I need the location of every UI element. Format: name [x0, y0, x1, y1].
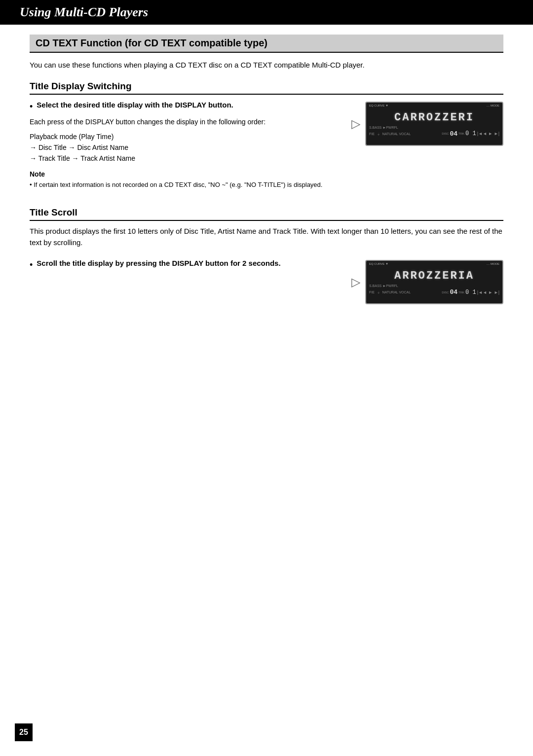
bullet-dot: •: [30, 101, 33, 113]
title-display-switching-text: • Select the desired title display with …: [30, 100, 342, 198]
title-display-switching-content: • Select the desired title display with …: [30, 100, 503, 198]
bullet-label-display: Select the desired title display with th…: [37, 100, 233, 110]
title-scroll-heading: Title Scroll: [30, 207, 503, 221]
note-body: If certain text information is not recor…: [34, 181, 322, 188]
mode-label-2: .... MODE: [487, 262, 499, 265]
note-bullet: •: [30, 181, 34, 188]
cd-bottom-row-2: S.BASS ►PWRFL: [369, 284, 499, 288]
cd-display-2: EQ CURVE ▼ .... MODE ARROZZERIA S.BASS ►…: [365, 260, 503, 304]
display-container-2: ▷ EQ CURVE ▼ .... MODE ARROZZERIA S.BASS…: [351, 260, 503, 304]
order-line-2: → Disc Title → Disc Artist Name: [30, 144, 128, 151]
order-line-1: Playback mode (Play Time): [30, 133, 114, 141]
order-line-3: → Track Title → Track Artist Name: [30, 154, 135, 162]
intro-text: You can use these functions when playing…: [30, 60, 503, 71]
title-scroll-content: • Scroll the title display by pressing t…: [30, 258, 503, 304]
cd-bottom-row-1: S.BASS ►PWRFL: [369, 126, 499, 129]
cd-main-text-1: CARROZZERI: [369, 111, 499, 124]
note-text: • If certain text information is not rec…: [30, 180, 342, 190]
display-sub-text: Each press of the DISPLAY button changes…: [30, 117, 342, 127]
title-scroll-intro: This product displays the first 10 lette…: [30, 226, 503, 248]
page-header: Using Multi-CD Players: [0, 0, 533, 25]
bullet-item-display: • Select the desired title display with …: [30, 100, 342, 113]
cd-sbass-1: S.BASS ►PWRFL: [369, 126, 398, 129]
arrow-icon-2: ▷: [351, 275, 360, 289]
arrow-icon-1: ▷: [351, 117, 360, 131]
main-content: CD TEXT Function (for CD TEXT compatible…: [0, 25, 533, 334]
note-heading: Note: [30, 170, 342, 178]
mode-label-1: .... MODE: [487, 104, 499, 107]
cd-main-text-2: ARROZZERIA: [369, 270, 499, 282]
bullet-item-scroll: • Scroll the title display by pressing t…: [30, 258, 342, 271]
main-section-heading: CD TEXT Function (for CD TEXT compatible…: [30, 35, 503, 53]
title-display-switching-section: Title Display Switching • Select the des…: [30, 81, 503, 198]
cd-sbass-2: S.BASS ►PWRFL: [369, 284, 398, 288]
eq-label-2: EQ CURVE ▼: [369, 262, 388, 265]
page-number: 25: [15, 723, 33, 741]
title-scroll-text: • Scroll the title display by pressing t…: [30, 258, 342, 275]
display-container-1: ▷ EQ CURVE ▼ .... MODE CARROZZERI S.BASS…: [351, 102, 503, 146]
bullet-dot-scroll: •: [30, 259, 33, 271]
note-section: Note • If certain text information is no…: [30, 170, 342, 190]
display-order-text: Playback mode (Play Time) → Disc Title →…: [30, 131, 342, 164]
eq-label-1: EQ CURVE ▼: [369, 104, 388, 107]
bullet-label-scroll: Scroll the title display by pressing the…: [37, 258, 280, 268]
title-scroll-section: Title Scroll This product displays the f…: [30, 207, 503, 304]
cd-display-1: EQ CURVE ▼ .... MODE CARROZZERI S.BASS ►…: [365, 102, 503, 146]
page-header-title: Using Multi-CD Players: [20, 5, 148, 19]
title-display-switching-heading: Title Display Switching: [30, 81, 503, 95]
